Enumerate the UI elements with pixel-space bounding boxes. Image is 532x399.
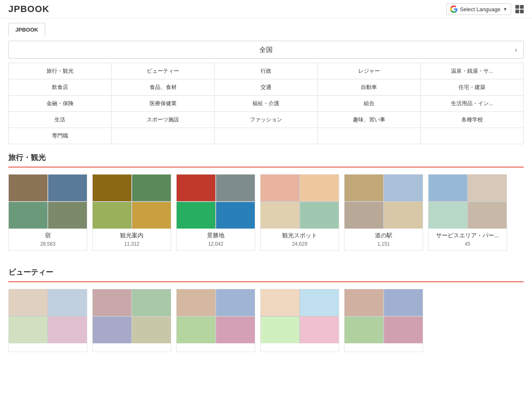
img-placeholder-2	[132, 175, 171, 201]
category-hobby[interactable]: 趣味、習い事	[318, 112, 421, 128]
category-transport[interactable]: 交通	[215, 79, 318, 95]
card-beauty4-image	[261, 289, 339, 343]
card-spot-info: 観光スポット 24,629	[261, 229, 339, 250]
language-label: Select Language	[460, 6, 501, 12]
card-spot-count: 24,629	[264, 241, 335, 247]
category-restaurant[interactable]: 飲食店	[9, 79, 112, 95]
beauty-card-grid	[8, 289, 524, 352]
img-placeholder-1	[429, 175, 467, 201]
img-placeholder-3	[177, 202, 215, 229]
card-beauty2-image	[93, 289, 171, 343]
card-yado-count: 28,583	[12, 241, 84, 247]
card-beauty-2[interactable]	[92, 289, 171, 352]
img-placeholder-1	[261, 175, 299, 201]
category-finance[interactable]: 金融・保険	[9, 96, 112, 111]
card-beauty1-image	[9, 289, 87, 343]
category-welfare[interactable]: 福祉・介護	[215, 96, 318, 111]
card-kanko-count: 11,312	[96, 241, 167, 247]
category-empty-4	[421, 128, 523, 144]
card-service-info: サービスエリア・パー... 45	[429, 229, 507, 250]
category-sports[interactable]: スポーツ施設	[112, 112, 215, 128]
card-spot[interactable]: 観光スポット 24,629	[260, 174, 339, 251]
img-placeholder-1	[9, 175, 47, 201]
img-placeholder-4	[48, 317, 87, 343]
img-placeholder-3	[93, 317, 131, 343]
img-placeholder-1	[9, 289, 47, 316]
card-beauty1-info	[9, 343, 87, 352]
category-specialist[interactable]: 専門職	[9, 128, 112, 144]
category-fashion[interactable]: ファッション	[215, 112, 318, 128]
card-michinoeki[interactable]: 道の駅 1,151	[344, 174, 423, 251]
img-placeholder-3	[177, 317, 215, 343]
card-service-area[interactable]: サービスエリア・パー... 45	[428, 174, 507, 251]
category-row-5: 専門職	[9, 128, 523, 144]
img-placeholder-4	[300, 202, 339, 229]
img-placeholder-1	[345, 175, 383, 201]
category-housing[interactable]: 住宅・建築	[421, 79, 523, 95]
img-placeholder-1	[177, 175, 215, 201]
language-dropdown-arrow: ▼	[503, 7, 507, 12]
category-daily-goods[interactable]: 生活用品・イン...	[421, 96, 523, 111]
card-beauty4-info	[261, 343, 339, 352]
category-travel[interactable]: 旅行・観光	[9, 63, 112, 79]
card-beauty-5[interactable]	[344, 289, 423, 352]
category-empty-2	[215, 128, 318, 144]
img-placeholder-2	[468, 175, 507, 201]
section-travel-divider	[8, 167, 524, 167]
section-beauty: ビューティー	[8, 267, 524, 352]
card-service-name: サービスエリア・パー...	[432, 232, 503, 239]
category-leisure[interactable]: レジャー	[318, 63, 421, 79]
img-placeholder-4	[48, 202, 87, 229]
category-beauty[interactable]: ビューティー	[112, 63, 215, 79]
img-placeholder-3	[261, 317, 299, 343]
category-auto[interactable]: 自動車	[318, 79, 421, 95]
img-placeholder-3	[93, 202, 131, 229]
img-placeholder-3	[345, 202, 383, 229]
category-row-1: 旅行・観光 ビューティー 行政 レジャー 温泉・銭湯・サ...	[9, 63, 523, 79]
card-keishochi-image	[177, 175, 255, 229]
category-row-3: 金融・保険 医療保健業 福祉・介護 組合 生活用品・イン...	[9, 96, 523, 112]
category-food[interactable]: 食品、食材	[112, 79, 215, 95]
tab-jpbook[interactable]: JPBOOK	[8, 23, 45, 37]
img-placeholder-2	[384, 289, 423, 316]
category-onsen[interactable]: 温泉・銭湯・サ...	[421, 63, 523, 79]
category-school[interactable]: 各種学校	[421, 112, 523, 128]
img-placeholder-2	[300, 289, 339, 316]
img-placeholder-3	[261, 202, 299, 229]
menu-button[interactable]	[515, 5, 524, 13]
card-yado[interactable]: 宿 28,583	[8, 174, 87, 251]
img-placeholder-4	[468, 202, 507, 229]
region-select[interactable]: 全国 北海道 東北 関東 中部 近畿 中国 四国 九州・沖縄	[8, 41, 524, 59]
card-keishochi-info: 景勝地 12,042	[177, 229, 255, 250]
category-medical[interactable]: 医療保健業	[112, 96, 215, 111]
category-empty-1	[112, 128, 215, 144]
img-placeholder-3	[9, 317, 47, 343]
card-yado-name: 宿	[12, 232, 84, 239]
category-lifestyle[interactable]: 生活	[9, 112, 112, 128]
card-kanko[interactable]: 観光案内 11,312	[92, 174, 171, 251]
img-placeholder-3	[345, 317, 383, 343]
card-beauty-1[interactable]	[8, 289, 87, 352]
img-placeholder-4	[384, 317, 423, 343]
card-keishochi-name: 景勝地	[180, 232, 251, 239]
card-keishochi[interactable]: 景勝地 12,042	[176, 174, 255, 251]
header-right: Select Language ▼	[446, 3, 524, 15]
card-beauty5-image	[345, 289, 423, 343]
card-beauty3-info	[177, 343, 255, 352]
category-government[interactable]: 行政	[215, 63, 318, 79]
img-placeholder-2	[48, 289, 87, 316]
card-service-count: 45	[432, 241, 503, 247]
language-selector[interactable]: Select Language ▼	[446, 3, 511, 15]
img-placeholder-1	[345, 289, 383, 316]
category-row-4: 生活 スポーツ施設 ファッション 趣味、習い事 各種学校	[9, 112, 523, 128]
category-union[interactable]: 組合	[318, 96, 421, 111]
img-placeholder-4	[300, 317, 339, 343]
card-beauty-4[interactable]	[260, 289, 339, 352]
img-placeholder-2	[300, 175, 339, 201]
card-beauty2-info	[93, 343, 171, 352]
card-beauty-3[interactable]	[176, 289, 255, 352]
section-travel-title: 旅行・観光	[8, 153, 524, 163]
card-michinoeki-count: 1,151	[348, 241, 419, 247]
card-yado-image	[9, 175, 87, 229]
category-grid: 旅行・観光 ビューティー 行政 レジャー 温泉・銭湯・サ... 飲食店 食品、食…	[8, 63, 524, 144]
